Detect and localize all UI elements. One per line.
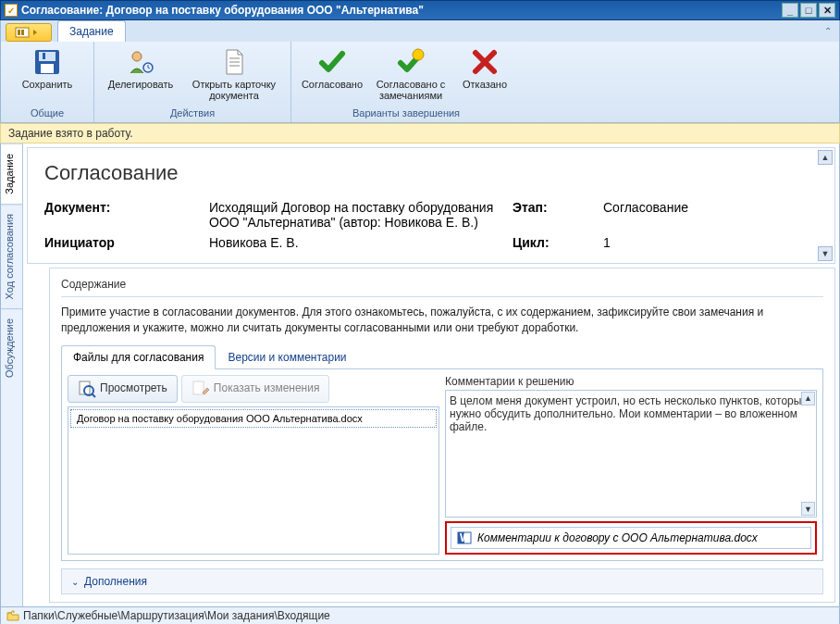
group-title-common: Общие <box>6 106 88 120</box>
header-panel: ▲ Согласование Документ: Исходящий Догов… <box>27 147 835 264</box>
file-menu-button[interactable] <box>6 23 52 42</box>
label-stage: Этап: <box>513 200 596 230</box>
show-changes-label: Показать изменения <box>214 382 320 394</box>
save-button[interactable]: Сохранить <box>6 44 88 105</box>
folder-icon <box>6 610 19 621</box>
instruction-text: Примите участие в согласовании документо… <box>61 305 823 336</box>
label-cycle: Цикл: <box>513 235 596 250</box>
label-document: Документ: <box>44 200 202 230</box>
addenda-expander[interactable]: ⌄ Дополнения <box>61 568 823 594</box>
tab-content: Просмотреть Показать изменения Договор н… <box>61 369 823 561</box>
side-tab-task[interactable]: Задание <box>1 144 22 204</box>
cross-red-icon <box>470 47 500 77</box>
document-icon <box>219 47 249 77</box>
check-green-icon <box>317 47 347 77</box>
value-stage: Согласование <box>603 200 818 230</box>
agreed-notes-label: Согласовано с замечаниями <box>372 79 450 101</box>
ribbon-group-finish: Согласовано Согласовано с замечаниями От… <box>291 42 521 122</box>
check-yellow-icon <box>396 47 426 77</box>
comment-scroll-up-icon[interactable]: ▲ <box>801 392 815 406</box>
breadcrumb-path: Папки\Служебные\Маршрутизация\Мои задани… <box>23 609 330 622</box>
side-tab-discuss[interactable]: Обсуждение <box>1 308 22 387</box>
tab-versions[interactable]: Версии и комментарии <box>216 345 358 368</box>
svg-rect-1 <box>18 30 20 35</box>
file-list: Договор на поставку оборудования ООО Аль… <box>68 406 439 555</box>
changes-icon <box>191 380 210 398</box>
attachment-row[interactable]: W Комментарии к договору с ООО Альтернат… <box>451 527 811 549</box>
ribbon-collapse-icon[interactable]: ⌃ <box>824 26 832 36</box>
comment-scroll-down-icon[interactable]: ▼ <box>801 502 815 516</box>
app-icon: ✓ <box>5 4 18 17</box>
ribbon-group-actions: Делегировать Открыть карточку документа … <box>94 42 291 122</box>
comment-label: Комментарии к решению <box>445 375 817 388</box>
body-panel: Содержание Примите участие в согласовани… <box>49 268 835 603</box>
delegate-button[interactable]: Делегировать <box>100 44 181 105</box>
maximize-button[interactable]: □ <box>800 3 817 18</box>
side-tabs: Задание Ход согласования Обсуждение <box>1 144 23 606</box>
file-item[interactable]: Договор на поставку оборудования ООО Аль… <box>70 409 437 428</box>
ribbon-group-common: Сохранить Общие <box>1 42 94 122</box>
svg-line-15 <box>92 393 95 397</box>
word-doc-icon: W <box>457 530 472 545</box>
value-initiator: Новикова Е. В. <box>209 235 505 250</box>
attachment-filename: Комментарии к договору с ООО Альтернатив… <box>477 531 758 544</box>
section-title: Содержание <box>61 276 823 297</box>
tab-files[interactable]: Файлы для согласования <box>61 345 216 369</box>
attachment-highlight: W Комментарии к договору с ООО Альтернат… <box>445 521 817 555</box>
scroll-up-icon[interactable]: ▲ <box>818 150 833 165</box>
svg-point-7 <box>132 52 142 61</box>
breadcrumb[interactable]: Папки\Служебные\Маршрутизация\Мои задани… <box>0 606 840 624</box>
magnifier-icon <box>78 380 96 398</box>
ribbon: Сохранить Общие Делегировать Открыть кар… <box>1 42 839 123</box>
status-message: Задание взято в работу. <box>0 123 840 144</box>
declined-label: Отказано <box>463 79 507 101</box>
agreed-notes-button[interactable]: Согласовано с замечаниями <box>369 44 452 105</box>
open-card-button[interactable]: Открыть карточку документа <box>183 44 285 105</box>
chevron-down-icon: ⌄ <box>71 577 79 587</box>
value-cycle: 1 <box>603 235 818 250</box>
page-title: Согласование <box>44 161 818 185</box>
addenda-label: Дополнения <box>84 575 147 588</box>
ribbon-tabstrip: Задание ⌃ <box>1 20 839 42</box>
svg-text:W: W <box>460 531 471 544</box>
comment-text: В целом меня документ устроил, но есть н… <box>450 394 808 433</box>
svg-rect-5 <box>41 64 54 73</box>
agreed-label: Согласовано <box>302 79 363 101</box>
svg-rect-2 <box>21 30 24 35</box>
agreed-button[interactable]: Согласовано <box>297 44 367 105</box>
scroll-down-icon[interactable]: ▼ <box>818 246 833 261</box>
value-document: Исходящий Договор на поставку оборудован… <box>209 200 505 230</box>
label-initiator: Инициатор <box>44 235 202 250</box>
minimize-button[interactable]: _ <box>782 3 798 18</box>
save-label: Сохранить <box>22 79 73 101</box>
view-button[interactable]: Просмотреть <box>68 375 178 403</box>
open-card-label: Открыть карточку документа <box>186 79 282 101</box>
group-title-finish: Варианты завершения <box>297 106 515 120</box>
declined-button[interactable]: Отказано <box>454 44 515 105</box>
tab-task[interactable]: Задание <box>57 20 126 42</box>
group-title-actions: Действия <box>100 106 285 120</box>
delegate-icon <box>126 47 155 77</box>
side-tab-flow[interactable]: Ход согласования <box>1 204 22 308</box>
svg-rect-6 <box>43 53 45 59</box>
save-icon <box>32 47 62 77</box>
svg-rect-4 <box>39 52 56 61</box>
window-title: Согласование: Договор на поставку оборуд… <box>21 4 782 17</box>
svg-rect-16 <box>193 381 204 394</box>
comment-textarea[interactable]: В целом меня документ устроил, но есть н… <box>445 390 817 518</box>
titlebar: ✓ Согласование: Договор на поставку обор… <box>0 0 840 20</box>
delegate-label: Делегировать <box>108 79 174 101</box>
inner-tabstrip: Файлы для согласования Версии и коммента… <box>61 345 823 369</box>
close-button[interactable]: ✕ <box>819 3 835 18</box>
svg-point-12 <box>413 49 424 60</box>
show-changes-button[interactable]: Показать изменения <box>181 375 330 403</box>
view-label: Просмотреть <box>100 382 167 394</box>
